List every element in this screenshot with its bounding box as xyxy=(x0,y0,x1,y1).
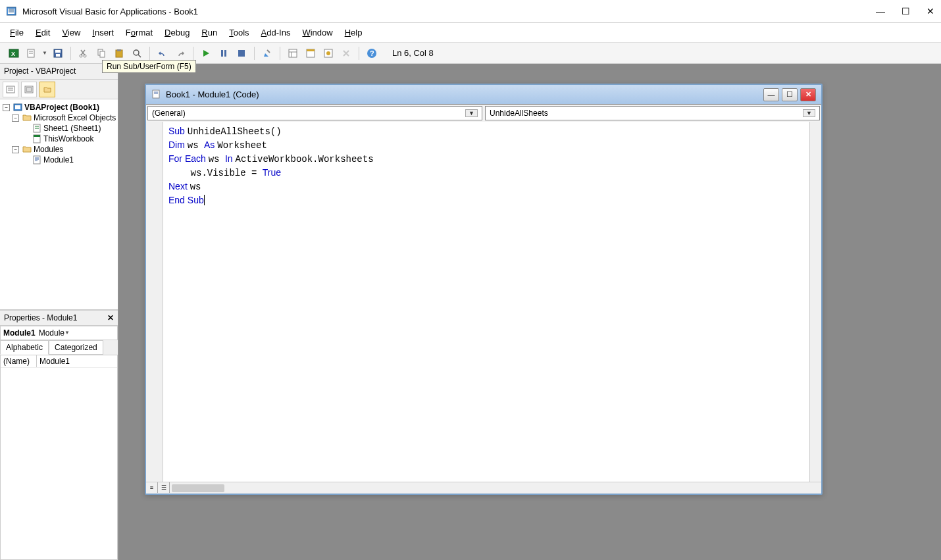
properties-title-text: Properties - Module1 xyxy=(4,313,77,322)
menu-format[interactable]: Format xyxy=(126,28,153,38)
folder-icon xyxy=(22,145,32,154)
find-icon[interactable] xyxy=(130,46,144,61)
close-button[interactable]: ✕ xyxy=(927,6,934,16)
tooltip: Run Sub/UserForm (F5) xyxy=(102,60,196,73)
menu-view[interactable]: View xyxy=(62,28,80,38)
menu-file[interactable]: File xyxy=(10,28,24,38)
tree-sheet1[interactable]: Sheet1 (Sheet1) xyxy=(3,123,115,134)
svg-rect-8 xyxy=(55,50,61,53)
project-icon xyxy=(13,103,22,112)
module-icon xyxy=(32,155,41,165)
menu-help[interactable]: Help xyxy=(345,28,363,38)
undo-icon[interactable] xyxy=(155,46,170,61)
property-value-cell[interactable]: Module1 xyxy=(37,355,72,367)
tree-thisworkbook-label: ThisWorkbook xyxy=(43,134,93,143)
menu-bar: File Edit View Insert Format Debug Run T… xyxy=(0,23,941,43)
code-close-button[interactable]: ✕ xyxy=(800,88,816,101)
svg-rect-42 xyxy=(34,135,40,137)
break-icon[interactable] xyxy=(216,46,231,61)
project-explorer-icon[interactable] xyxy=(286,46,300,61)
full-module-view-button[interactable]: ☰ xyxy=(158,482,170,493)
paste-icon[interactable] xyxy=(112,46,126,61)
view-excel-icon[interactable]: X xyxy=(7,46,21,61)
redo-icon[interactable] xyxy=(173,46,188,61)
properties-object-selector[interactable]: Module1Module ▼ xyxy=(0,326,118,340)
maximize-button[interactable]: ☐ xyxy=(902,6,910,16)
mdi-workspace: Book1 - Module1 (Code) — ☐ ✕ (General) ▼… xyxy=(118,64,941,560)
menu-insert[interactable]: Insert xyxy=(92,28,114,38)
project-tree[interactable]: － VBAProject (Book1) － Microsoft Excel O… xyxy=(0,99,118,310)
minimize-button[interactable]: — xyxy=(876,6,885,16)
menu-run[interactable]: Run xyxy=(201,28,217,38)
procedure-view-button[interactable]: ≡ xyxy=(146,482,158,493)
sheet-icon xyxy=(32,124,41,133)
properties-close-icon[interactable]: ✕ xyxy=(107,313,114,322)
collapse-icon[interactable]: － xyxy=(3,104,10,111)
chevron-down-icon[interactable]: ▼ xyxy=(465,109,478,117)
properties-window-icon[interactable] xyxy=(303,46,318,61)
copy-icon[interactable] xyxy=(94,46,109,61)
tree-modules[interactable]: － Modules xyxy=(3,144,115,155)
menu-window[interactable]: Window xyxy=(302,28,332,38)
tree-module1[interactable]: Module1 xyxy=(3,155,115,165)
insert-module-icon[interactable] xyxy=(24,46,39,61)
menu-edit[interactable]: Edit xyxy=(36,28,50,38)
folder-icon xyxy=(22,113,32,122)
object-combo[interactable]: (General) ▼ xyxy=(147,106,482,120)
run-icon[interactable] xyxy=(199,46,213,61)
code-window: Book1 - Module1 (Code) — ☐ ✕ (General) ▼… xyxy=(145,84,823,495)
horizontal-scrollbar[interactable] xyxy=(172,484,224,492)
collapse-icon[interactable]: － xyxy=(12,146,19,153)
code-margin[interactable] xyxy=(146,122,163,482)
reset-icon[interactable] xyxy=(234,46,249,61)
menu-tools[interactable]: Tools xyxy=(229,28,249,38)
svg-rect-20 xyxy=(238,50,245,57)
insert-dropdown-arrow[interactable]: ▼ xyxy=(42,50,47,56)
design-mode-icon[interactable] xyxy=(260,46,274,61)
save-icon[interactable] xyxy=(51,46,65,61)
chevron-down-icon[interactable]: ▼ xyxy=(64,330,70,336)
tree-excel-objects[interactable]: － Microsoft Excel Objects xyxy=(3,113,115,123)
help-icon[interactable]: ? xyxy=(365,46,379,61)
code-minimize-button[interactable]: — xyxy=(763,88,779,101)
toggle-folders-icon[interactable] xyxy=(39,82,55,97)
tab-alphabetic[interactable]: Alphabetic xyxy=(0,340,49,355)
procedure-combo[interactable]: UnhideAllSheets ▼ xyxy=(485,106,820,120)
collapse-icon[interactable]: － xyxy=(12,115,19,122)
chevron-down-icon[interactable]: ▼ xyxy=(803,109,815,117)
properties-panel-title: Properties - Module1 ✕ xyxy=(0,310,118,326)
menu-addins[interactable]: Add-Ins xyxy=(261,28,291,38)
properties-object-type: Module xyxy=(39,328,64,338)
svg-line-21 xyxy=(267,50,270,53)
code-window-titlebar[interactable]: Book1 - Module1 (Code) — ☐ ✕ xyxy=(146,85,821,105)
title-bar: Microsoft Visual Basic for Applications … xyxy=(0,0,941,23)
properties-grid[interactable]: (Name) Module1 xyxy=(0,355,118,561)
svg-rect-9 xyxy=(56,54,60,57)
svg-rect-35 xyxy=(26,88,32,91)
tree-root[interactable]: － VBAProject (Book1) xyxy=(3,102,115,113)
svg-rect-19 xyxy=(224,50,226,57)
toolbar: X ▼ ? Ln 6, Col 8 Run Sub/UserForm (F5) xyxy=(0,43,941,64)
toolbox-icon[interactable] xyxy=(339,46,353,61)
svg-rect-18 xyxy=(221,50,223,57)
property-row[interactable]: (Name) Module1 xyxy=(1,355,117,368)
property-name-cell: (Name) xyxy=(1,355,37,367)
view-object-icon[interactable] xyxy=(21,82,37,97)
project-panel-title: Project - VBAProject xyxy=(0,64,118,80)
code-maximize-button[interactable]: ☐ xyxy=(782,88,798,101)
vertical-scrollbar[interactable] xyxy=(809,122,821,482)
svg-rect-31 xyxy=(7,86,14,93)
tab-categorized[interactable]: Categorized xyxy=(49,340,103,355)
object-browser-icon[interactable] xyxy=(321,46,336,61)
menu-debug[interactable]: Debug xyxy=(165,28,190,38)
tree-thisworkbook[interactable]: ThisWorkbook xyxy=(3,134,115,144)
tree-module1-label: Module1 xyxy=(43,155,74,165)
svg-text:X: X xyxy=(11,51,15,57)
code-editor[interactable]: Sub UnhideAllSheets() Dim ws As Workshee… xyxy=(163,122,809,482)
code-window-title: Book1 - Module1 (Code) xyxy=(166,89,763,99)
svg-point-16 xyxy=(134,50,139,55)
cut-icon[interactable] xyxy=(76,46,91,61)
svg-line-17 xyxy=(138,55,141,57)
view-code-icon[interactable] xyxy=(3,82,18,97)
svg-rect-26 xyxy=(307,49,315,51)
